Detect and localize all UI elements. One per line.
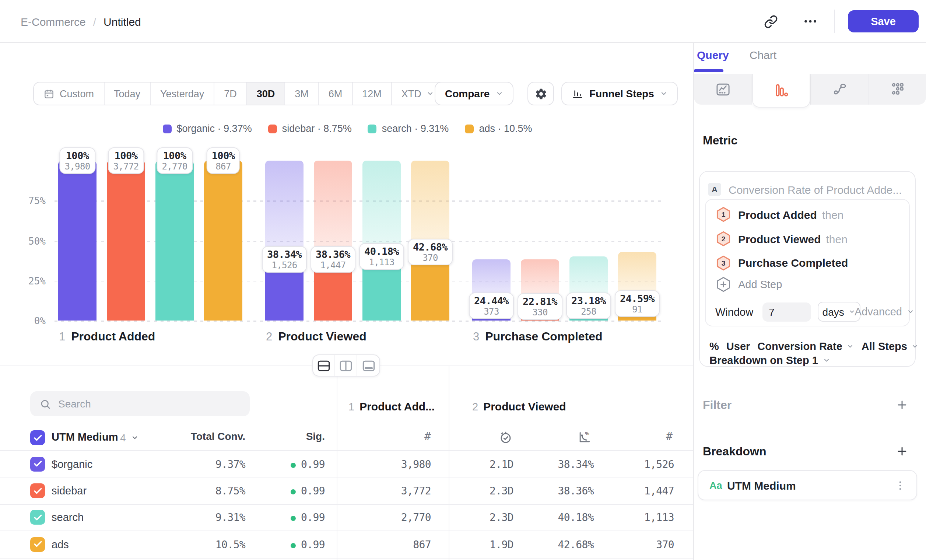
date-range-yesterday[interactable]: Yesterday: [151, 83, 214, 104]
date-range-6m[interactable]: 6M: [319, 83, 353, 104]
bar-percent: 23.18%: [571, 295, 606, 307]
tab-line-chart[interactable]: [694, 74, 752, 104]
panel-step-row[interactable]: 2Product Viewedthen: [715, 231, 847, 247]
date-range-30d[interactable]: 30D: [247, 83, 286, 104]
bar-chart-icon: [572, 88, 583, 100]
breakdown-heading: Breakdown: [703, 445, 767, 458]
advanced-label: Advanced: [855, 306, 902, 318]
panel-step-row[interactable]: 1Product Addedthen: [715, 206, 843, 222]
bar-count: 3,772: [113, 161, 139, 172]
measure-scope-select[interactable]: All Steps: [861, 341, 907, 352]
measure-entity[interactable]: User: [726, 341, 750, 352]
step1-count: 3,772: [401, 485, 431, 496]
tab-chart[interactable]: Chart: [750, 48, 776, 61]
table-row[interactable]: sidebar8.75%0.993,7722.3D38.36%1,447: [0, 478, 693, 505]
bar-count: 1,526: [267, 260, 302, 271]
compare-label: Compare: [445, 88, 490, 100]
breadcrumb-workspace[interactable]: E-Commerce: [21, 15, 86, 28]
panel-step-row[interactable]: 3Purchase Completed: [715, 254, 848, 271]
tab-journeys[interactable]: [810, 74, 869, 104]
table-step2-header[interactable]: 2 Product Viewed: [472, 400, 566, 413]
date-range-12m[interactable]: 12M: [353, 83, 392, 104]
tab-funnel-chart[interactable]: [752, 74, 810, 107]
chart-type-button[interactable]: Funnel Steps: [561, 82, 678, 105]
group-by-label[interactable]: UTM Medium: [51, 431, 118, 443]
chart-type-label: Funnel Steps: [589, 88, 654, 100]
metric-formula[interactable]: A Conversion Rate of Product Adde...: [708, 183, 902, 196]
table-row[interactable]: ads10.5%0.998671.9D42.68%370: [0, 531, 693, 558]
step2-count: 1,447: [644, 485, 674, 496]
y-axis-label: 0%: [16, 315, 46, 327]
date-range-label: 30D: [257, 88, 275, 99]
bar-value-label: 100%867: [207, 147, 240, 174]
legend-swatch: [268, 124, 277, 133]
conversion-column-icon: %: [578, 430, 592, 444]
layout-bottom-drawer-button[interactable]: [357, 355, 380, 376]
breakdown-on-step-select[interactable]: Breakdown on Step 1: [710, 354, 831, 366]
more-options-icon[interactable]: [803, 14, 818, 29]
sig-value: 0.99: [291, 511, 325, 524]
step1-count: 2,770: [401, 512, 431, 524]
chart-type-tabs: [694, 74, 926, 104]
layout-split-horizontal-button[interactable]: [313, 355, 335, 376]
add-breakdown-button[interactable]: [896, 445, 908, 457]
search-icon: [40, 398, 51, 409]
breakdown-item-card[interactable]: Aa UTM Medium: [698, 470, 917, 500]
legend-item-organic[interactable]: $organic · 9.37%: [163, 123, 252, 134]
add-filter-button[interactable]: [896, 399, 908, 411]
tab-more-chart-types[interactable]: [869, 74, 926, 104]
compare-button[interactable]: Compare: [435, 82, 513, 105]
table-search-input[interactable]: Search: [30, 391, 250, 416]
date-range-3m[interactable]: 3M: [285, 83, 319, 104]
bar-value-label: 38.34%1,526: [262, 246, 307, 272]
date-range-label: 12M: [362, 88, 381, 99]
advanced-toggle[interactable]: Advanced: [855, 306, 914, 318]
sig-dot: [291, 489, 296, 495]
add-step-button[interactable]: Add Step: [715, 276, 782, 292]
measure-metric-select[interactable]: Conversion Rate: [757, 341, 842, 352]
step-suffix: then: [822, 208, 843, 221]
row-checkbox[interactable]: [30, 510, 45, 525]
kebab-menu-icon[interactable]: [894, 479, 906, 491]
legend-item-search[interactable]: search · 9.31%: [368, 123, 449, 134]
metric-title: Conversion Rate of Product Adde...: [729, 183, 902, 196]
breakdown-on-label: Breakdown on Step 1: [710, 354, 818, 366]
table-row[interactable]: $organic9.37%0.993,9802.1D38.34%1,526: [0, 451, 693, 478]
table-row[interactable]: search9.31%0.992,7702.3D40.18%1,113: [0, 505, 693, 532]
row-checkbox[interactable]: [30, 537, 45, 552]
sig-header: Sig.: [306, 430, 325, 442]
property-type-icon: Aa: [710, 480, 722, 491]
legend-swatch: [465, 124, 474, 133]
chevron-down-icon: [660, 90, 667, 97]
bar-percent: 22.81%: [523, 295, 557, 307]
date-range-7d[interactable]: 7D: [214, 83, 247, 104]
legend-label: ads · 10.5%: [479, 123, 532, 134]
table-step1-header[interactable]: 1 Product Add...: [348, 400, 435, 413]
chevron-down-icon: [906, 308, 914, 315]
legend-item-sidebar[interactable]: sidebar · 8.75%: [268, 123, 352, 134]
save-button[interactable]: Save: [848, 10, 918, 32]
breadcrumb-page[interactable]: Untitled: [103, 15, 141, 28]
legend-swatch: [163, 124, 172, 133]
tab-query[interactable]: Query: [697, 48, 729, 61]
count-column-icon: #: [666, 430, 673, 443]
date-range-today[interactable]: Today: [104, 83, 151, 104]
table-subheader-row: UTM Medium4Total Conv.Sig.#%#: [0, 424, 693, 451]
window-value-input[interactable]: 7: [762, 302, 811, 321]
date-range-label: XTD: [401, 88, 421, 99]
select-all-checkbox[interactable]: [30, 430, 45, 445]
date-range-custom[interactable]: Custom: [34, 83, 104, 104]
step2-count: 370: [656, 539, 674, 551]
bar-value-label: 24.44%373: [469, 292, 514, 319]
share-link-icon[interactable]: [764, 14, 778, 28]
row-checkbox[interactable]: [30, 457, 45, 471]
window-unit-select[interactable]: days: [817, 302, 860, 322]
chart-settings-button[interactable]: [528, 82, 554, 105]
date-range-label: Today: [114, 88, 140, 99]
date-range-label: 6M: [328, 88, 343, 99]
row-checkbox[interactable]: [30, 483, 45, 498]
legend-item-ads[interactable]: ads · 10.5%: [465, 123, 532, 134]
layout-split-vertical-button[interactable]: [335, 355, 357, 376]
chevron-down-icon: [495, 90, 503, 97]
avg-time-to-convert: 2.3D: [490, 512, 513, 524]
